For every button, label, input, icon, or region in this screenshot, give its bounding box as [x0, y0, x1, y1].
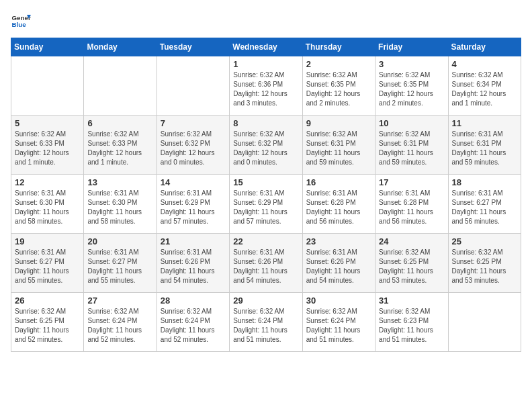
day-number: 1: [233, 59, 298, 69]
calendar-cell: 3Sunrise: 6:32 AM Sunset: 6:35 PM Daylig…: [375, 56, 448, 116]
cell-content: Sunrise: 6:32 AM Sunset: 6:35 PM Dayligh…: [379, 71, 444, 108]
day-header-saturday: Saturday: [448, 38, 521, 56]
calendar-cell: 18Sunrise: 6:31 AM Sunset: 6:27 PM Dayli…: [448, 175, 521, 234]
day-number: 3: [379, 59, 444, 69]
cell-content: Sunrise: 6:32 AM Sunset: 6:32 PM Dayligh…: [233, 130, 298, 167]
calendar-cell: 15Sunrise: 6:31 AM Sunset: 6:29 PM Dayli…: [230, 175, 302, 234]
cell-content: Sunrise: 6:31 AM Sunset: 6:26 PM Dayligh…: [306, 248, 371, 285]
day-number: 20: [87, 236, 152, 246]
calendar-cell: 21Sunrise: 6:31 AM Sunset: 6:26 PM Dayli…: [157, 234, 229, 293]
day-number: 6: [87, 118, 152, 128]
calendar-cell: 28Sunrise: 6:32 AM Sunset: 6:24 PM Dayli…: [157, 293, 229, 352]
cell-content: Sunrise: 6:31 AM Sunset: 6:28 PM Dayligh…: [379, 189, 444, 226]
day-number: 12: [15, 177, 80, 187]
calendar-week-row: 19Sunrise: 6:31 AM Sunset: 6:27 PM Dayli…: [11, 234, 521, 293]
day-number: 27: [87, 295, 152, 306]
svg-text:Blue: Blue: [12, 21, 27, 28]
calendar-cell: [11, 56, 84, 116]
calendar-cell: 23Sunrise: 6:31 AM Sunset: 6:26 PM Dayli…: [302, 234, 375, 293]
day-number: 4: [452, 59, 517, 69]
day-number: 10: [379, 118, 444, 128]
cell-content: Sunrise: 6:32 AM Sunset: 6:25 PM Dayligh…: [15, 307, 80, 345]
calendar-cell: 29Sunrise: 6:32 AM Sunset: 6:24 PM Dayli…: [230, 293, 302, 352]
cell-content: Sunrise: 6:32 AM Sunset: 6:25 PM Dayligh…: [452, 248, 517, 285]
cell-content: Sunrise: 6:32 AM Sunset: 6:31 PM Dayligh…: [306, 130, 371, 167]
logo-icon: General Blue: [11, 11, 31, 31]
day-header-thursday: Thursday: [302, 38, 375, 56]
calendar-cell: 1Sunrise: 6:32 AM Sunset: 6:36 PM Daylig…: [230, 56, 302, 116]
cell-content: Sunrise: 6:32 AM Sunset: 6:36 PM Dayligh…: [233, 71, 298, 108]
calendar-cell: 12Sunrise: 6:31 AM Sunset: 6:30 PM Dayli…: [11, 175, 84, 234]
cell-content: Sunrise: 6:32 AM Sunset: 6:33 PM Dayligh…: [15, 130, 80, 167]
calendar-header: SundayMondayTuesdayWednesdayThursdayFrid…: [11, 38, 521, 56]
cell-content: Sunrise: 6:31 AM Sunset: 6:29 PM Dayligh…: [233, 189, 298, 226]
day-number: 14: [161, 177, 226, 187]
calendar-cell: 27Sunrise: 6:32 AM Sunset: 6:24 PM Dayli…: [84, 293, 157, 352]
cell-content: Sunrise: 6:32 AM Sunset: 6:35 PM Dayligh…: [306, 71, 371, 108]
day-number: 31: [379, 295, 444, 306]
calendar-table: SundayMondayTuesdayWednesdayThursdayFrid…: [11, 38, 521, 352]
day-number: 28: [161, 295, 226, 306]
cell-content: Sunrise: 6:31 AM Sunset: 6:27 PM Dayligh…: [452, 189, 517, 226]
day-header-wednesday: Wednesday: [230, 38, 302, 56]
day-number: 2: [306, 59, 371, 69]
day-number: 13: [87, 177, 152, 187]
day-number: 16: [306, 177, 371, 187]
day-headers-row: SundayMondayTuesdayWednesdayThursdayFrid…: [11, 38, 521, 56]
calendar-cell: [448, 293, 521, 352]
cell-content: Sunrise: 6:32 AM Sunset: 6:24 PM Dayligh…: [306, 307, 371, 345]
day-number: 22: [233, 236, 298, 246]
calendar-cell: 2Sunrise: 6:32 AM Sunset: 6:35 PM Daylig…: [302, 56, 375, 116]
cell-content: Sunrise: 6:32 AM Sunset: 6:23 PM Dayligh…: [379, 307, 444, 345]
calendar-cell: 19Sunrise: 6:31 AM Sunset: 6:27 PM Dayli…: [11, 234, 84, 293]
calendar-cell: 13Sunrise: 6:31 AM Sunset: 6:30 PM Dayli…: [84, 175, 157, 234]
cell-content: Sunrise: 6:31 AM Sunset: 6:27 PM Dayligh…: [87, 248, 152, 285]
day-number: 24: [379, 236, 444, 246]
calendar-cell: 24Sunrise: 6:32 AM Sunset: 6:25 PM Dayli…: [375, 234, 448, 293]
calendar-cell: 26Sunrise: 6:32 AM Sunset: 6:25 PM Dayli…: [11, 293, 84, 352]
calendar-cell: [157, 56, 229, 116]
calendar-week-row: 12Sunrise: 6:31 AM Sunset: 6:30 PM Dayli…: [11, 175, 521, 234]
calendar-week-row: 5Sunrise: 6:32 AM Sunset: 6:33 PM Daylig…: [11, 116, 521, 175]
day-number: 9: [306, 118, 371, 128]
day-header-monday: Monday: [84, 38, 157, 56]
calendar-cell: 11Sunrise: 6:31 AM Sunset: 6:31 PM Dayli…: [448, 116, 521, 175]
day-number: 29: [233, 295, 298, 306]
day-header-friday: Friday: [375, 38, 448, 56]
cell-content: Sunrise: 6:32 AM Sunset: 6:25 PM Dayligh…: [379, 248, 444, 285]
calendar-cell: 14Sunrise: 6:31 AM Sunset: 6:29 PM Dayli…: [157, 175, 229, 234]
day-number: 30: [306, 295, 371, 306]
cell-content: Sunrise: 6:31 AM Sunset: 6:28 PM Dayligh…: [306, 189, 371, 226]
calendar-week-row: 1Sunrise: 6:32 AM Sunset: 6:36 PM Daylig…: [11, 56, 521, 116]
calendar-cell: 10Sunrise: 6:32 AM Sunset: 6:31 PM Dayli…: [375, 116, 448, 175]
cell-content: Sunrise: 6:32 AM Sunset: 6:33 PM Dayligh…: [87, 130, 152, 167]
calendar-cell: 8Sunrise: 6:32 AM Sunset: 6:32 PM Daylig…: [230, 116, 302, 175]
calendar-body: 1Sunrise: 6:32 AM Sunset: 6:36 PM Daylig…: [11, 56, 521, 352]
day-header-sunday: Sunday: [11, 38, 84, 56]
cell-content: Sunrise: 6:31 AM Sunset: 6:26 PM Dayligh…: [161, 248, 226, 285]
cell-content: Sunrise: 6:31 AM Sunset: 6:27 PM Dayligh…: [15, 248, 80, 285]
cell-content: Sunrise: 6:31 AM Sunset: 6:31 PM Dayligh…: [452, 130, 517, 167]
day-header-tuesday: Tuesday: [157, 38, 229, 56]
logo: General Blue: [11, 11, 31, 31]
calendar-cell: 30Sunrise: 6:32 AM Sunset: 6:24 PM Dayli…: [302, 293, 375, 352]
calendar-cell: 9Sunrise: 6:32 AM Sunset: 6:31 PM Daylig…: [302, 116, 375, 175]
calendar-cell: 5Sunrise: 6:32 AM Sunset: 6:33 PM Daylig…: [11, 116, 84, 175]
day-number: 23: [306, 236, 371, 246]
page-header: General Blue: [11, 11, 521, 31]
calendar-cell: [84, 56, 157, 116]
cell-content: Sunrise: 6:32 AM Sunset: 6:31 PM Dayligh…: [379, 130, 444, 167]
cell-content: Sunrise: 6:32 AM Sunset: 6:34 PM Dayligh…: [452, 71, 517, 108]
calendar-cell: 25Sunrise: 6:32 AM Sunset: 6:25 PM Dayli…: [448, 234, 521, 293]
day-number: 18: [452, 177, 517, 187]
calendar-cell: 4Sunrise: 6:32 AM Sunset: 6:34 PM Daylig…: [448, 56, 521, 116]
cell-content: Sunrise: 6:31 AM Sunset: 6:29 PM Dayligh…: [161, 189, 226, 226]
day-number: 5: [15, 118, 80, 128]
cell-content: Sunrise: 6:31 AM Sunset: 6:30 PM Dayligh…: [87, 189, 152, 226]
day-number: 11: [452, 118, 517, 128]
calendar-cell: 31Sunrise: 6:32 AM Sunset: 6:23 PM Dayli…: [375, 293, 448, 352]
day-number: 19: [15, 236, 80, 246]
day-number: 8: [233, 118, 298, 128]
day-number: 21: [161, 236, 226, 246]
calendar-cell: 20Sunrise: 6:31 AM Sunset: 6:27 PM Dayli…: [84, 234, 157, 293]
